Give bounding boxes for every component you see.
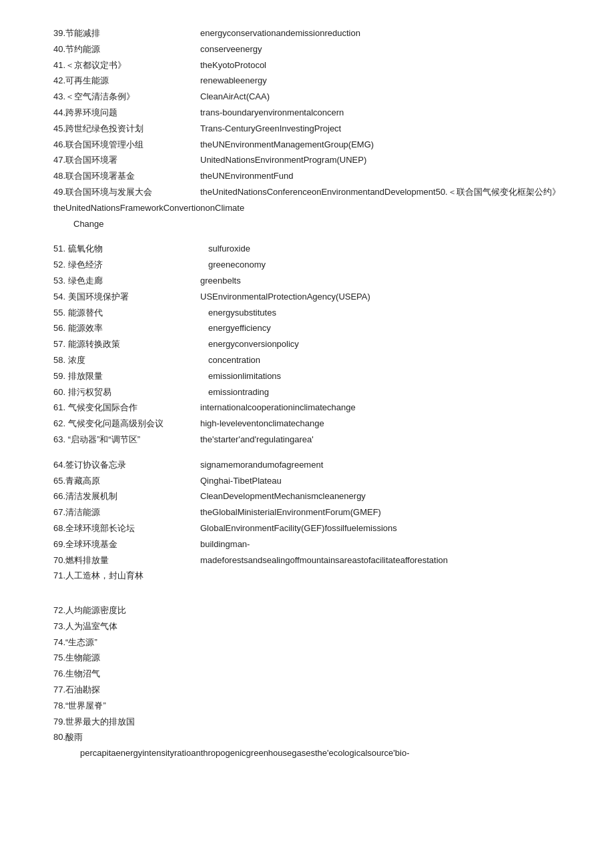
- entries-64-71: 64.签订协议备忘录signamemorandumofagreement65.青…: [53, 458, 561, 583]
- entry-row: 66.清洁发展机制CleanDevelopmentMechanismcleane…: [53, 490, 561, 504]
- entry-row: 59. 排放限量emissionlimitations: [53, 370, 561, 384]
- entry-left: 58. 浓度: [53, 354, 200, 368]
- entry-left: 55. 能源替代: [53, 306, 200, 320]
- entry-left: 76.生物沼气: [53, 667, 200, 681]
- entry-right: [200, 636, 561, 650]
- spacer-2: [53, 449, 561, 458]
- entry-right: UnitedNationsEnvironmentProgram(UNEP): [200, 153, 561, 167]
- entry-left: 51. 硫氧化物: [53, 242, 200, 256]
- entry-row: 80.酸雨: [53, 731, 561, 745]
- entry-left: 66.清洁发展机制: [53, 490, 200, 504]
- entry-right: Trans-CenturyGreenInvestingProject: [200, 122, 561, 136]
- entry-right: high-leveleventonclimatechange: [200, 417, 561, 431]
- entry-right: CleanDevelopmentMechanismcleanenergy: [200, 490, 561, 504]
- entry-row: 65.青藏高原Qinghai-TibetPlateau: [53, 474, 561, 488]
- entry-right: internationalcooperationinclimatechange: [200, 401, 561, 415]
- entry-right: CleanAirAct(CAA): [200, 90, 561, 104]
- entries-72-80: 72.人均能源密度比73.人为温室气体74.“生态源”75.生物能源76.生物沼…: [53, 604, 561, 745]
- entry-right: sulfuroxide: [200, 242, 561, 256]
- entry-right: emissionlimitations: [200, 370, 561, 384]
- entry-left: 80.酸雨: [53, 731, 200, 745]
- entry-right: concentration: [200, 354, 561, 368]
- entry-row: 42.可再生能源renewableenergy: [53, 74, 561, 88]
- entry-left: 54. 美国环境保护署: [53, 290, 200, 304]
- entry-row: 52. 绿色经济greeneconomy: [53, 258, 561, 272]
- entry-right: energyconversionpolicy: [200, 338, 561, 352]
- entry-row: 45.跨世纪绿色投资计划Trans-CenturyGreenInvestingP…: [53, 122, 561, 136]
- entry-left: 71.人工造林，封山育林: [53, 569, 200, 583]
- entry-row: 73.人为温室气体: [53, 620, 561, 634]
- entry-right: GlobalEnvironmentFacility(GEF)fossilfuel…: [200, 522, 561, 536]
- entry-right: [200, 667, 561, 681]
- entry-left: 74.“生态源”: [53, 636, 200, 650]
- entry-row: 40.节约能源conserveenergy: [53, 43, 561, 57]
- change-line: Change: [53, 218, 561, 232]
- entry-left: 61. 气候变化国际合作: [53, 401, 200, 415]
- entry-row: 43.＜空气清洁条例》CleanAirAct(CAA): [53, 90, 561, 104]
- entry-left: 75.生物能源: [53, 651, 200, 665]
- entry-right: Qinghai-TibetPlateau: [200, 474, 561, 488]
- entry-row: 72.人均能源密度比: [53, 604, 561, 618]
- entry-left: 62. 气候变化问题高级别会议: [53, 417, 200, 431]
- spacer-4: [53, 594, 561, 604]
- entry-right: buildingman-: [200, 538, 561, 552]
- entry-row: 63. “启动器”和“调节区”the'starter'and'regulatin…: [53, 433, 561, 447]
- entry-left: 52. 绿色经济: [53, 258, 200, 272]
- entry-left: 68.全球环境部长论坛: [53, 522, 200, 536]
- entry-row: 77.石油勘探: [53, 683, 561, 697]
- entry-right: conserveenergy: [200, 43, 561, 57]
- entry-right: USEnvironmentalProtectionAgency(USEPA): [200, 290, 561, 304]
- entry-left: 45.跨世纪绿色投资计划: [53, 122, 200, 136]
- entry-row: 51. 硫氧化物sulfuroxide: [53, 242, 561, 256]
- entry-row: 64.签订协议备忘录signamemorandumofagreement: [53, 458, 561, 472]
- entry-left: 47.联合国环境署: [53, 153, 200, 167]
- entry-left: 56. 能源效率: [53, 322, 200, 336]
- entry-row: 62. 气候变化问题高级别会议high-leveleventonclimatec…: [53, 417, 561, 431]
- entries-39-48: 39.节能减排energyconservationandemissionredu…: [53, 27, 561, 183]
- entry-row: 47.联合国环境署UnitedNationsEnvironmentProgram…: [53, 153, 561, 167]
- entry-left: 42.可再生能源: [53, 74, 200, 88]
- entry-row: 46.联合国环境管理小组theUNEnvironmentManagementGr…: [53, 138, 561, 152]
- entry-left: 69.全球环境基金: [53, 538, 200, 552]
- entry-row: 39.节能减排energyconservationandemissionredu…: [53, 27, 561, 41]
- entry-row: 67.清洁能源theGlobalMinisterialEnvironmentFo…: [53, 506, 561, 520]
- entry-left: 40.节约能源: [53, 43, 200, 57]
- entry-row: 78.“世界屋脊”: [53, 699, 561, 713]
- entry-left: 77.石油勘探: [53, 683, 200, 697]
- entries-51-63: 51. 硫氧化物sulfuroxide52. 绿色经济greeneconomy5…: [53, 242, 561, 446]
- entry-row: 60. 排污权贸易emissiontrading: [53, 386, 561, 400]
- entry-left: 72.人均能源密度比: [53, 604, 200, 618]
- entry-right: greeneconomy: [200, 258, 561, 272]
- entry-right: emissiontrading: [200, 386, 561, 400]
- entry-left: 43.＜空气清洁条例》: [53, 90, 200, 104]
- entry-left: 73.人为温室气体: [53, 620, 200, 634]
- entry-right: [200, 604, 561, 618]
- entry-49-right: theUnitedNationsConferenceonEnvironmenta…: [200, 185, 561, 199]
- entry-right: theUNEnvironmentFund: [200, 169, 561, 183]
- entry-row: 69.全球环境基金buildingman-: [53, 538, 561, 552]
- continuation-unfccc: theUnitedNationsFrameworkConvertiononCli…: [53, 201, 561, 215]
- entry-right: theUNEnvironmentManagementGroup(EMG): [200, 138, 561, 152]
- entry-left: 48.联合国环境署基金: [53, 169, 200, 183]
- entry-left: 65.青藏高原: [53, 474, 200, 488]
- entry-row: 75.生物能源: [53, 651, 561, 665]
- entry-row: 54. 美国环境保护署USEnvironmentalProtectionAgen…: [53, 290, 561, 304]
- entry-left: 67.清洁能源: [53, 506, 200, 520]
- entry-right: [200, 715, 561, 729]
- entry-row: 44.跨界环境问题trans-boundaryenvironmentalconc…: [53, 106, 561, 120]
- entry-row: 41.＜京都议定书》theKyotoProtocol: [53, 59, 561, 73]
- entry-right: [200, 731, 561, 745]
- entry-right: energyefficiency: [200, 322, 561, 336]
- entry-row: 57. 能源转换政策energyconversionpolicy: [53, 338, 561, 352]
- main-content: 39.节能减排energyconservationandemissionredu…: [53, 27, 561, 761]
- entry-right: [200, 683, 561, 697]
- entry-row: 53. 绿色走廊greenbelts: [53, 274, 561, 288]
- entry-row: 71.人工造林，封山育林: [53, 569, 561, 583]
- entry-row: 58. 浓度concentration: [53, 354, 561, 368]
- entry-right: greenbelts: [200, 274, 561, 288]
- entry-left: 70.燃料排放量: [53, 554, 200, 568]
- entry-row: 61. 气候变化国际合作internationalcooperationincl…: [53, 401, 561, 415]
- entry-left: 63. “启动器”和“调节区”: [53, 433, 200, 447]
- spacer-1: [53, 233, 561, 242]
- entry-row: 79.世界最大的排放国: [53, 715, 561, 729]
